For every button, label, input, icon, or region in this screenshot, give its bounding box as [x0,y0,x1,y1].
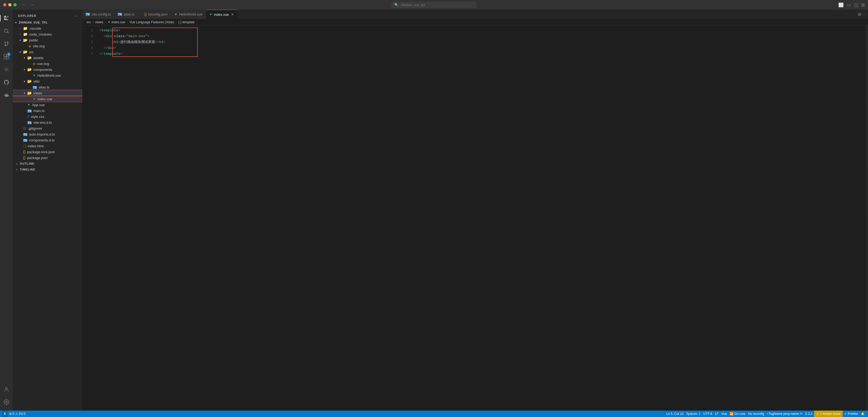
svg-point-21 [5,387,7,389]
sidebar-item-label: package-lock.json [27,150,55,154]
tab-tsconfig[interactable]: {} tsconfig.json [141,10,171,19]
sidebar-item-auto-imports[interactable]: › TS auto-imports.d.ts [13,131,82,137]
outline-label: OUTLINE [20,162,34,165]
sidebar-content: ▾ ZHINIAN_VUE_TPL › 📁 .vscode › 📁 node_m… [13,20,82,411]
sidebar-item-src[interactable]: ▾ 📂 src [13,49,82,55]
breadcrumb-volar[interactable]: Vue Language Features (Volar) [130,20,174,24]
html-file-icon: ⬡ [23,144,26,148]
statusbar-errors[interactable]: ⊘ 0 ⚠ 0 ℹ 0 [8,412,27,416]
forward-button[interactable]: → [29,2,36,8]
sidebar-item-assets[interactable]: ▾ 📂 assets [13,55,82,61]
timeline-section[interactable]: › TIMELINE [13,167,82,172]
line-numbers: 1 2 3 4 5 [82,25,95,411]
statusbar-line-ending[interactable]: LF [714,412,720,416]
svg-point-5 [4,29,8,33]
tab-alias[interactable]: TS alias.ts [114,10,141,19]
statusbar-known-issue[interactable]: ⚠ 1 known issue [814,411,843,417]
statusbar-version[interactable]: 5.3.2 [804,412,813,416]
breadcrumb-src[interactable]: src [87,20,91,24]
activity-extensions[interactable]: 1 [0,50,13,63]
statusbar-go-live[interactable]: 📶 Go Live [728,412,746,416]
layout-icon-1[interactable]: ⬜ [838,2,844,7]
maximize-button[interactable] [13,3,17,6]
sidebar-item-helloworld[interactable]: › ▼ HelloWorld.vue [13,72,82,78]
sidebar-item-views[interactable]: ▾ 📂 views [13,90,82,96]
activity-debug[interactable] [0,63,13,76]
sidebar-item-style-css[interactable]: › # style.css [13,114,82,119]
breadcrumb-views[interactable]: views [95,20,103,24]
spaces-label: Spaces: 2 [686,412,701,416]
activity-explorer[interactable] [0,12,13,25]
chevron-down-icon: ▾ [18,39,22,42]
ts-icon: TS [86,13,90,16]
statusbar-tsconfig[interactable]: No tsconfig [747,412,765,416]
sidebar-item-index-vue[interactable]: › ▼ index.vue [13,96,82,102]
sidebar-item-index-html[interactable]: › ⬡ index.html [13,143,82,149]
sidebar-item-components-d[interactable]: › TS components.d.ts [13,137,82,143]
x-badge[interactable]: X [2,411,7,417]
sidebar-item-vscode[interactable]: › 📁 .vscode [13,25,82,31]
tab-vite-config[interactable]: TS vite.config.ts [82,10,114,19]
back-button[interactable]: ← [21,2,27,8]
code-line-3: <h1>进行路由模块测试界面</h1> [99,39,866,45]
sidebar-item-gitignore[interactable]: › ⊙ .gitignore [13,125,82,131]
sidebar-header: EXPLORER ··· [13,10,82,20]
sidebar: EXPLORER ··· ▾ ZHINIAN_VUE_TPL › 📁 .vsco… [13,10,82,411]
sidebar-item-label: public [29,38,38,42]
sidebar-item-app-vue[interactable]: › ▼ App.vue [13,102,82,108]
sidebar-more-button[interactable]: ··· [73,13,78,19]
close-button[interactable] [3,3,6,6]
sidebar-item-alias-ts[interactable]: › TS alias.ts [13,84,82,90]
activity-github[interactable] [0,76,13,89]
sidebar-item-utils[interactable]: ▾ 📂 utils [13,78,82,84]
statusbar-cursor-pos[interactable]: Ln 5, Col 12 [665,412,685,416]
activity-settings[interactable] [0,396,13,409]
minimize-button[interactable] [8,3,11,6]
layout-icon-4[interactable]: ⊞ [861,2,865,7]
ts-file-icon: TS [23,132,28,136]
sidebar-item-vite-svg[interactable]: › ◈ vite.svg [13,43,82,49]
punct: < [104,33,106,39]
statusbar: X ⊘ 0 ⚠ 0 ℹ 0 Ln 5, Col 12 Spaces: 2 UTF… [0,411,868,417]
search-bar[interactable]: 🔍 [391,2,477,8]
statusbar-encoding[interactable]: UTF-8 [702,412,713,416]
sidebar-item-main-ts[interactable]: › TS main.ts [13,108,82,114]
outline-section[interactable]: › OUTLINE [13,161,82,167]
tab-index-vue[interactable]: ▼ index.vue ✕ [206,10,238,19]
activity-docker[interactable] [0,89,13,101]
statusbar-spaces[interactable]: Spaces: 2 [685,412,702,416]
tab-helloworld[interactable]: ▼ HelloWorld.vue [171,10,206,19]
activity-search[interactable] [0,25,13,37]
activity-source-control[interactable] [0,37,13,50]
folder-icon: 📁 [23,32,28,36]
sidebar-item-package-lock[interactable]: › {} package-lock.json [13,149,82,155]
json-file-icon: {} [23,150,25,154]
statusbar-bell[interactable]: 🔔 [860,412,866,416]
activity-account[interactable] [0,383,13,396]
sidebar-item-node-modules[interactable]: › 📁 node_modules [13,31,82,37]
sidebar-item-vite-env[interactable]: › TS vite-env.d.ts [13,119,82,125]
split-editor-button[interactable]: ⊞ [858,12,861,17]
statusbar-language[interactable]: Vue [720,412,728,416]
punct: > [118,39,120,45]
layout-icon-3[interactable]: ◫ [854,2,858,7]
sidebar-item-vue-svg[interactable]: › ◈ vue.svg [13,61,82,66]
layout-icon-2[interactable]: ▭ [847,2,851,7]
chevron-down-icon: ▾ [14,21,18,24]
breadcrumb-template[interactable]: { } template [179,20,195,24]
sidebar-item-label: main.ts [33,109,44,113]
sidebar-item-components[interactable]: ▾ 📂 components [13,66,82,72]
vue-file-icon: ▼ [33,73,36,77]
warning-icon: ⚠ [15,412,18,416]
sidebar-item-public[interactable]: ▾ 📂 public [13,37,82,43]
statusbar-prettier[interactable]: ✓ Prettier [843,412,859,416]
code-content[interactable]: <template> <div class="main-box"> <h1>进行… [95,25,866,411]
more-actions-button[interactable]: ··· [862,12,866,17]
statusbar-tag-info[interactable]: <TagName prop-name /> [766,412,803,416]
tab-close-button[interactable]: ✕ [231,12,234,17]
search-input[interactable] [401,3,473,7]
sidebar-item-package-json[interactable]: › {} package.json [13,155,82,161]
tree-root[interactable]: ▾ ZHINIAN_VUE_TPL [13,20,82,25]
vue-icon: ▼ [209,12,213,16]
breadcrumb-file[interactable]: ▼ index.vue [107,20,125,24]
